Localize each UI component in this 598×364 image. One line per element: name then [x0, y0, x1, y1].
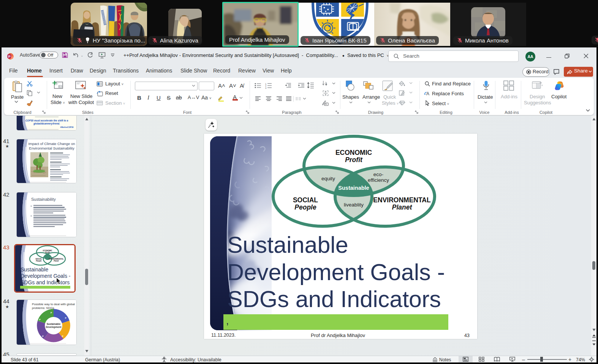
svg-text:SDGs and Indicators: SDGs and Indicators [21, 279, 70, 285]
svg-text:P: P [8, 55, 10, 58]
svg-text:efficiency: efficiency [368, 177, 389, 183]
svg-text:P: P [65, 317, 66, 319]
svg-text:Sustainable: Sustainable [21, 266, 48, 273]
svg-text:P: P [42, 335, 44, 337]
svg-text:Development Goals -: Development Goals - [21, 273, 71, 279]
svg-text:Profit: Profit [45, 252, 50, 254]
svg-text:ENVIRONMENTAL: ENVIRONMENTAL [373, 196, 431, 204]
svg-text:#WeAreCOP30: #WeAreCOP30 [60, 126, 74, 128]
svg-text:global/dcannery/trend.: global/dcannery/trend. [33, 122, 60, 125]
svg-text:Sustainable: Sustainable [47, 323, 61, 325]
svg-text:P: P [51, 312, 52, 314]
svg-text:P: P [62, 335, 63, 337]
svg-text:A: A [426, 91, 429, 96]
svg-text:People: People [36, 260, 42, 262]
svg-text:Profit: Profit [345, 156, 363, 164]
svg-text:Possible way to deal with glob: Possible way to deal with global [32, 303, 75, 306]
svg-text:eco-: eco- [373, 172, 383, 177]
svg-text:liveablity: liveablity [344, 202, 364, 208]
svg-text:A: A [324, 80, 327, 85]
svg-text:Sustainability: Sustainability [31, 197, 56, 202]
svg-text:People: People [294, 203, 316, 211]
svg-text:Impact of Climate Change on: Impact of Climate Change on [28, 142, 75, 146]
svg-text:Development: Development [46, 326, 62, 329]
svg-text:Sustainable: Sustainable [338, 185, 369, 191]
svg-text:SOCIAL: SOCIAL [293, 196, 318, 204]
svg-text:Planet: Planet [54, 260, 59, 262]
svg-text:Planet: Planet [392, 203, 413, 211]
svg-text:ECONOMIC: ECONOMIC [335, 149, 372, 156]
svg-text:3: 3 [265, 87, 266, 89]
svg-text:Environmental Sustainability: Environmental Sustainability [29, 146, 74, 150]
svg-text:equity: equity [321, 176, 335, 181]
svg-text:COP30 must accelerate the shif: COP30 must accelerate the shift to a [25, 119, 68, 122]
svg-text:P: P [39, 318, 41, 321]
